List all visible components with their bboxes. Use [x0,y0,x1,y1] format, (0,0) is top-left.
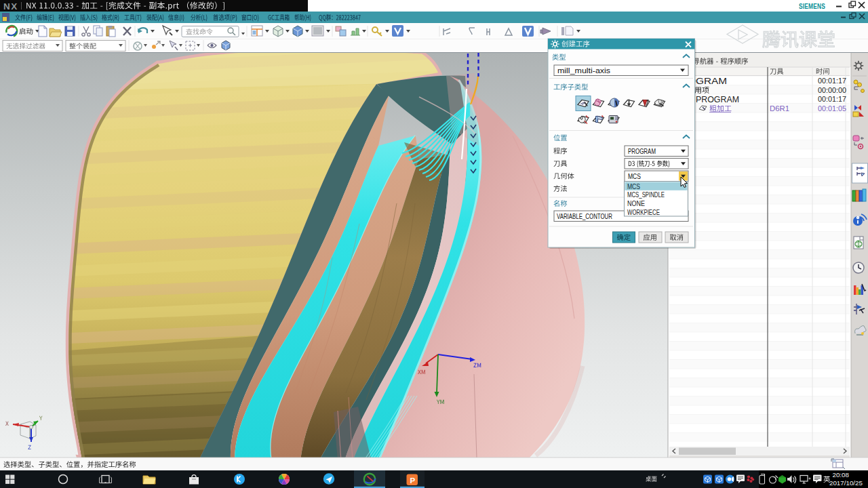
svg-text:VARIABLE_CONTOUR: VARIABLE_CONTOUR [557,213,612,220]
svg-text:00:01:17: 00:01:17 [818,96,846,103]
svg-text:mill_multi-axis: mill_multi-axis [557,66,611,75]
svg-text:NONE: NONE [627,199,645,207]
svg-text:00:01:17: 00:01:17 [818,77,846,85]
svg-text:2017/10/25: 2017/10/25 [829,479,863,487]
svg-text:PROGRAM: PROGRAM [628,148,656,155]
svg-text:D6R1: D6R1 [770,104,789,113]
svg-text:WORKPIECE: WORKPIECE [627,208,660,216]
svg-text:SIEMENS: SIEMENS [799,3,825,10]
svg-text:MCS_SPINDLE: MCS_SPINDLE [627,190,665,199]
svg-text:PROGRAM: PROGRAM [696,95,739,104]
svg-text:20:08: 20:08 [832,471,849,479]
svg-text:MCS: MCS [628,173,641,180]
svg-text:NX: NX [3,1,18,12]
svg-text:00:01:05: 00:01:05 [818,105,846,113]
svg-text:00:00:00: 00:00:00 [818,87,846,94]
svg-text:P: P [410,476,416,485]
svg-text:MCS: MCS [627,182,640,190]
